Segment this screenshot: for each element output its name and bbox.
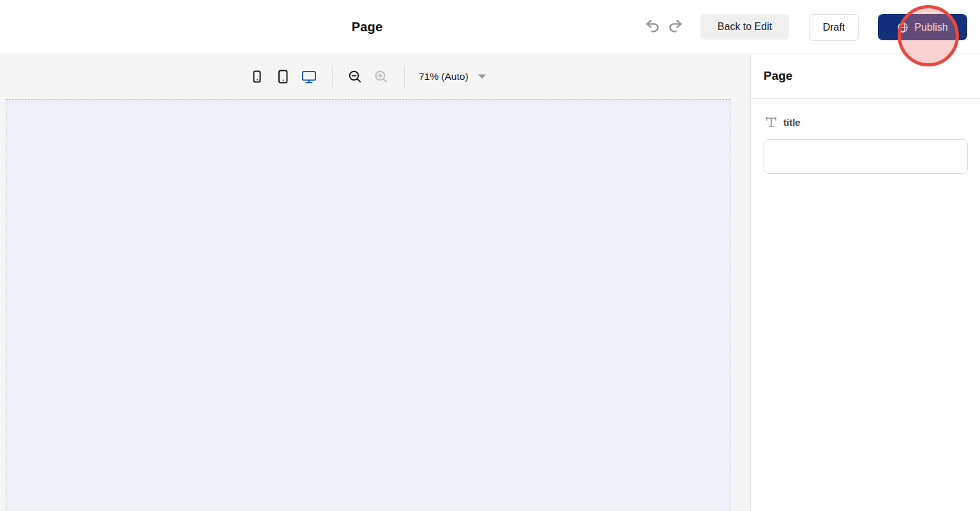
text-type-icon	[765, 116, 778, 128]
page-editor: Page Back to Edit Draft	[0, 0, 980, 511]
zoom-in-icon	[373, 69, 389, 84]
zoom-level-dropdown[interactable]: 71% (Auto)	[419, 71, 486, 82]
back-to-edit-button[interactable]: Back to Edit	[700, 14, 789, 40]
publish-button-label: Publish	[914, 22, 947, 33]
device-tablet-button[interactable]	[275, 68, 291, 85]
zoom-out-button[interactable]	[347, 68, 363, 85]
header-bar: Page Back to Edit Draft	[0, 0, 980, 54]
redo-icon	[667, 19, 684, 35]
toolbar-divider	[332, 66, 333, 87]
preview-workspace: 71% (Auto)	[0, 54, 750, 511]
toolbar-divider	[404, 66, 405, 87]
sidebar-title: Page	[751, 54, 980, 99]
tablet-icon	[275, 69, 290, 84]
redo-button[interactable]	[665, 17, 686, 37]
zoom-in-button[interactable]	[373, 68, 389, 85]
draft-button[interactable]: Draft	[809, 14, 859, 41]
title-input[interactable]	[764, 139, 968, 174]
settings-sidebar: Page title	[750, 54, 980, 511]
device-desktop-button[interactable]	[301, 68, 317, 85]
caret-down-icon	[478, 74, 486, 79]
smartphone-icon	[249, 69, 264, 84]
monitor-icon	[301, 69, 317, 84]
undo-button[interactable]	[642, 17, 663, 37]
globe-icon	[897, 22, 908, 33]
zoom-out-icon	[347, 69, 363, 84]
title-field-row: title	[765, 116, 967, 128]
page-preview-canvas[interactable]	[6, 99, 730, 511]
title-field-label: title	[783, 117, 801, 128]
device-mobile-button[interactable]	[248, 68, 265, 85]
publish-button[interactable]: Publish	[878, 14, 967, 40]
page-title: Page	[0, 0, 734, 54]
preview-toolbar: 71% (Auto)	[248, 66, 486, 88]
zoom-level-value: 71% (Auto)	[419, 71, 469, 82]
undo-icon	[644, 19, 661, 35]
